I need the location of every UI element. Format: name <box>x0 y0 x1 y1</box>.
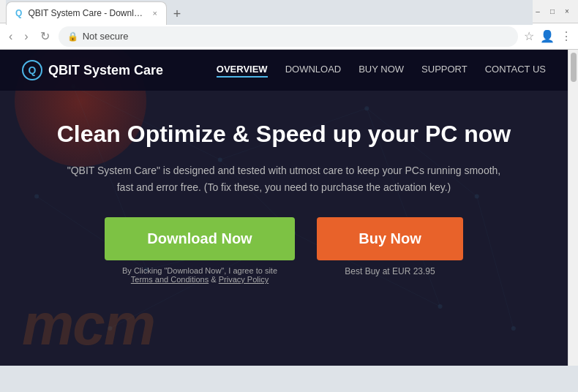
back-button[interactable]: ‹ <box>6 29 15 45</box>
tab-bar: Q QBIT System Care - Download PC... × + <box>6 0 533 25</box>
nav-support[interactable]: SUPPORT <box>421 64 468 78</box>
buy-area: Buy Now Best Buy at EUR 23.95 <box>317 217 463 284</box>
new-tab-button[interactable]: + <box>167 4 187 25</box>
lock-icon: 🔒 <box>67 31 78 42</box>
svg-point-18 <box>511 326 516 331</box>
maximize-button[interactable]: □ <box>547 7 558 17</box>
scrollbar[interactable] <box>568 50 578 366</box>
window-controls: – □ × <box>533 7 572 17</box>
hero-subtitle: "QBIT System Care" is designed and teste… <box>64 162 503 195</box>
terms-link[interactable]: Terms and Conditions <box>131 275 209 284</box>
logo-icon: Q <box>22 60 42 80</box>
menu-icon[interactable]: ⋮ <box>560 29 572 43</box>
title-bar-left: Q QBIT System Care - Download PC... × + <box>6 0 533 25</box>
site-logo: Q QBIT System Care <box>22 60 163 80</box>
download-button[interactable]: Download Now <box>105 217 295 260</box>
website: mcm Q QBIT System Care OVERVIEW DOWNLOAD… <box>0 50 568 366</box>
address-bar-right: ☆ 👤 ⋮ <box>524 29 572 43</box>
title-bar: Q QBIT System Care - Download PC... × + … <box>0 0 578 23</box>
buy-button[interactable]: Buy Now <box>317 217 463 260</box>
minimize-button[interactable]: – <box>533 7 543 17</box>
nav-links: OVERVIEW DOWNLOAD BUY NOW SUPPORT CONTAC… <box>217 64 546 78</box>
tab-close-button[interactable]: × <box>153 9 157 18</box>
download-area: Download Now By Clicking "Download Now",… <box>105 217 295 284</box>
browser-tab[interactable]: Q QBIT System Care - Download PC... × <box>6 1 167 25</box>
security-label: Not secure <box>83 31 129 42</box>
hero-section: Clean Optimize & Speed up your PC now "Q… <box>0 91 568 306</box>
close-window-button[interactable]: × <box>562 7 572 17</box>
address-bar: ‹ › ↻ 🔒 Not secure ☆ 👤 ⋮ <box>0 23 578 50</box>
bookmark-icon[interactable]: ☆ <box>524 29 534 43</box>
privacy-link[interactable]: Privacy Policy <box>219 275 269 284</box>
tab-favicon: Q <box>15 8 23 18</box>
and-text: & <box>211 275 216 284</box>
nav-contact-us[interactable]: CONTACT US <box>485 64 546 78</box>
reload-button[interactable]: ↻ <box>37 28 53 45</box>
site-nav: Q QBIT System Care OVERVIEW DOWNLOAD BUY… <box>0 50 568 91</box>
nav-download[interactable]: DOWNLOAD <box>285 64 342 78</box>
price-note: Best Buy at EUR 23.95 <box>345 266 435 276</box>
tab-title: QBIT System Care - Download PC... <box>28 8 143 18</box>
cta-buttons: Download Now By Clicking "Download Now",… <box>44 217 524 284</box>
logo-text: QBIT System Care <box>48 63 163 78</box>
download-note: By Clicking "Download Now", I agree to s… <box>122 266 277 284</box>
download-note-text: By Clicking "Download Now", I agree to s… <box>122 266 277 275</box>
hero-title: Clean Optimize & Speed up your PC now <box>44 120 524 148</box>
forward-button[interactable]: › <box>21 29 31 45</box>
scroll-thumb[interactable] <box>571 53 577 82</box>
browser-content: mcm Q QBIT System Care OVERVIEW DOWNLOAD… <box>0 50 578 366</box>
nav-overview[interactable]: OVERVIEW <box>217 64 268 78</box>
profile-icon[interactable]: 👤 <box>540 29 555 43</box>
nav-buy-now[interactable]: BUY NOW <box>359 64 404 78</box>
url-bar[interactable]: 🔒 Not secure <box>59 26 518 47</box>
